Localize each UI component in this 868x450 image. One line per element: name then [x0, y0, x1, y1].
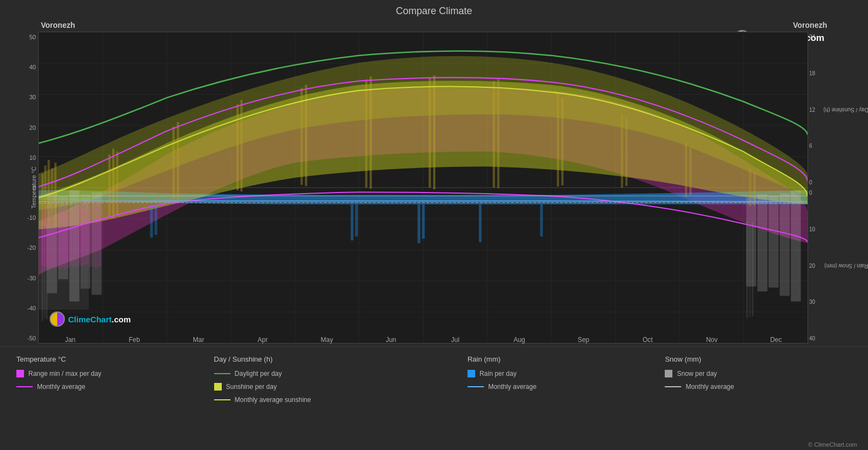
svg-rect-44: [240, 100, 242, 191]
svg-rect-43: [236, 104, 239, 190]
svg-rect-45: [301, 88, 303, 185]
svg-rect-89: [44, 226, 45, 318]
legend-item-snow-avg: Monthly average: [665, 383, 852, 391]
month-nov: Nov: [680, 336, 744, 344]
svg-rect-64: [48, 206, 50, 267]
svg-rect-70: [62, 207, 63, 267]
svg-rect-87: [99, 206, 101, 267]
svg-rect-51: [493, 81, 495, 188]
svg-rect-73: [68, 206, 70, 268]
legend-item-snow-per-day: Snow per day: [665, 370, 852, 377]
svg-rect-69: [59, 203, 61, 269]
svg-rect-81: [86, 210, 88, 265]
svg-rect-77: [77, 205, 79, 267]
svg-rect-38: [108, 154, 111, 215]
svg-rect-101: [540, 205, 543, 237]
svg-rect-100: [479, 205, 482, 242]
location-right: Voronezh: [793, 21, 827, 29]
legend-title-sunshine: Day / Sunshine (h): [214, 355, 457, 363]
svg-rect-96: [351, 205, 354, 241]
svg-rect-80: [84, 206, 86, 266]
svg-rect-54: [561, 98, 563, 185]
svg-rect-94: [150, 205, 153, 238]
svg-rect-60: [754, 172, 756, 206]
month-oct: Oct: [616, 336, 680, 344]
svg-rect-53: [557, 93, 559, 187]
svg-rect-95: [155, 205, 157, 235]
svg-rect-99: [422, 205, 424, 239]
legend-title-rain: Rain (mm): [468, 355, 654, 363]
svg-rect-93: [752, 222, 754, 316]
month-sep: Sep: [551, 336, 616, 344]
copyright: © ClimeChart.com: [808, 441, 857, 448]
svg-rect-84: [93, 205, 94, 267]
svg-rect-82: [88, 203, 90, 267]
legend-title-snow: Snow (mm): [665, 355, 852, 363]
svg-rect-56: [626, 118, 628, 186]
svg-rect-68: [57, 205, 59, 268]
month-apr: Apr: [230, 336, 295, 344]
chart-area: ClimeChart.com: [38, 32, 808, 344]
svg-rect-86: [97, 207, 99, 267]
y-axis-right: 24 18 12 6 0 Day / Sunshine (h) 0 10 20 …: [808, 32, 868, 344]
month-jun: Jun: [359, 336, 423, 344]
month-dec: Dec: [744, 336, 808, 344]
svg-rect-65: [50, 213, 52, 267]
svg-rect-72: [66, 209, 68, 268]
legend-item-temp-avg: Monthly average: [16, 383, 203, 391]
x-axis-months: Jan Feb Mar Apr May Jun Jul Aug Sep Oct …: [38, 334, 808, 344]
legend-item-sunshine-avg: Monthly average sunshine: [214, 396, 457, 404]
svg-rect-74: [70, 210, 72, 266]
logo-bottom-left: ClimeChart.com: [50, 311, 131, 327]
svg-rect-90: [46, 224, 47, 319]
month-jan: Jan: [38, 336, 102, 344]
month-aug: Aug: [487, 336, 551, 344]
month-feb: Feb: [102, 336, 167, 344]
svg-rect-47: [365, 80, 367, 188]
y-axis-left: Temperature °C 50 40 30 20 10 0 -10 -20 …: [0, 32, 38, 344]
svg-rect-85: [95, 201, 96, 268]
legend-item-daylight: Daylight per day: [214, 370, 457, 377]
svg-rect-55: [621, 115, 623, 188]
svg-rect-29: [757, 194, 767, 291]
svg-rect-49: [429, 77, 431, 188]
svg-rect-71: [64, 201, 65, 269]
svg-rect-78: [80, 209, 81, 266]
legend-area: Temperature °C Range min / max per day M…: [0, 346, 868, 450]
chart-svg: [39, 32, 808, 343]
legend-group-temperature: Temperature °C Range min / max per day M…: [11, 355, 209, 447]
svg-rect-40: [116, 152, 118, 215]
month-may: May: [295, 336, 359, 344]
legend-title-temperature: Temperature °C: [16, 355, 203, 363]
svg-rect-67: [55, 209, 57, 269]
svg-rect-52: [497, 80, 499, 189]
svg-rect-41: [172, 127, 174, 199]
svg-rect-42: [177, 122, 179, 200]
month-jul: Jul: [423, 336, 488, 344]
svg-rect-57: [685, 142, 687, 197]
legend-item-sunshine-per-day: Sunshine per day: [214, 383, 457, 391]
legend-group-sunshine: Day / Sunshine (h) Daylight per day Suns…: [209, 355, 462, 447]
month-mar: Mar: [167, 336, 231, 344]
svg-rect-58: [689, 148, 691, 195]
svg-rect-91: [746, 221, 748, 318]
legend-item-rain-avg: Monthly average: [468, 383, 654, 391]
svg-rect-76: [75, 207, 76, 267]
svg-rect-66: [53, 201, 54, 268]
location-left: Voronezh: [41, 21, 75, 29]
svg-rect-59: [749, 168, 751, 206]
svg-rect-98: [417, 205, 420, 243]
svg-rect-83: [90, 207, 92, 267]
page-title: Compare Climate: [0, 0, 868, 18]
legend-item-temp-range: Range min / max per day: [16, 370, 203, 377]
legend-item-rain-per-day: Rain per day: [468, 370, 654, 377]
legend-group-rain: Rain (mm) Rain per day Monthly average: [462, 355, 660, 447]
svg-rect-75: [72, 203, 74, 267]
svg-rect-92: [749, 225, 751, 317]
svg-rect-48: [369, 76, 372, 189]
svg-rect-39: [112, 149, 114, 218]
legend-group-snow: Snow (mm) Snow per day Monthly average: [659, 355, 857, 447]
svg-rect-50: [433, 75, 435, 189]
svg-rect-97: [355, 205, 358, 237]
svg-rect-79: [82, 201, 83, 267]
